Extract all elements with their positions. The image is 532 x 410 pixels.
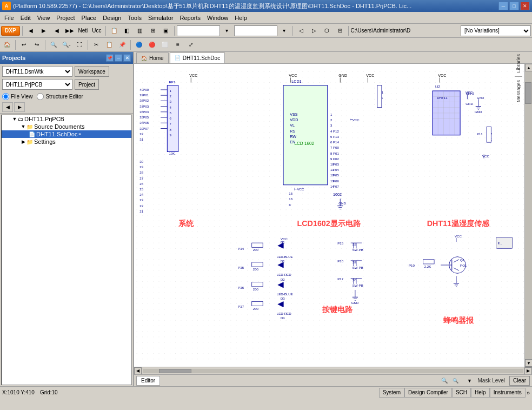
svg-text:P04: P04 xyxy=(333,168,339,171)
panel-close-btn[interactable]: ✕ xyxy=(123,54,131,62)
panel-minimize-btn[interactable]: ─ xyxy=(115,54,122,62)
scroll-up-btn[interactable]: ▲ xyxy=(525,64,532,71)
workspace-dropdown[interactable]: DHT11.DsnWtk xyxy=(2,66,72,77)
bottom-btn-1[interactable]: 🔍 xyxy=(450,375,462,387)
panel-tb-btn-2[interactable]: ▶ xyxy=(14,102,25,112)
workspace-button[interactable]: Workspace xyxy=(75,66,109,77)
toolbar2-btn-3[interactable]: ↪ xyxy=(31,39,43,51)
toolbar-btn-4[interactable]: ▶▶ xyxy=(64,25,76,37)
tree-schdoc[interactable]: 📄 DHT11.SchDoc ≡ xyxy=(2,130,131,138)
toolbar-input-2[interactable] xyxy=(234,25,277,36)
scroll-thumb-h[interactable] xyxy=(159,369,191,373)
status-sch-btn[interactable]: SCH xyxy=(452,388,471,398)
status-arrow-icon: » xyxy=(527,389,530,396)
svg-text:2: 2 xyxy=(330,118,332,122)
toolbar2-btn-8[interactable]: 📋 xyxy=(103,39,115,51)
toolbar-btn-3[interactable]: ◀ xyxy=(51,25,63,37)
toolbar-btn-copy[interactable]: 📋 xyxy=(108,25,120,37)
expand-settings[interactable]: ▶ xyxy=(20,138,26,145)
libraries-tab[interactable]: Libraries xyxy=(515,64,522,75)
menu-file[interactable]: File xyxy=(1,14,17,22)
menu-project[interactable]: Project xyxy=(53,14,78,22)
toolbar-arrow-btn-2[interactable]: ▾ xyxy=(278,25,290,37)
structure-editor-radio[interactable]: Structure Editor xyxy=(37,93,83,100)
menu-design[interactable]: Design xyxy=(99,14,124,22)
toolbar2-btn-7[interactable]: ✂ xyxy=(90,39,102,51)
toolbar-btn-12[interactable]: ⊟ xyxy=(334,25,346,37)
status-design-compiler-btn[interactable]: Design Compiler xyxy=(404,388,452,398)
scroll-thumb-v[interactable] xyxy=(525,82,531,104)
menu-window[interactable]: Window xyxy=(204,14,231,22)
tab-home[interactable]: 🏠 Home xyxy=(136,52,169,63)
tree-source-docs[interactable]: ▼ 📁 Source Documents xyxy=(2,123,131,130)
toolbar-btn-neti[interactable]: Neti xyxy=(77,25,90,37)
status-help-btn[interactable]: Help xyxy=(471,388,490,398)
maximize-button[interactable]: □ xyxy=(509,2,519,10)
toolbar-btn-1[interactable]: ◀ xyxy=(25,25,37,37)
toolbar-btn-11[interactable]: ⬡ xyxy=(321,25,333,37)
toolbar-btn-2[interactable]: ▶ xyxy=(38,25,50,37)
toolbar2-btn-11[interactable]: 🔴 xyxy=(146,39,158,51)
menu-view[interactable]: View xyxy=(34,14,54,22)
menu-simulator[interactable]: Simulator xyxy=(145,14,176,22)
toolbar2-btn-9[interactable]: 📌 xyxy=(116,39,128,51)
menu-tools[interactable]: Tools xyxy=(124,14,145,22)
expand-source[interactable]: ▼ xyxy=(20,123,26,130)
toolbar-btn-ucc[interactable]: Ucc xyxy=(90,25,103,37)
toolbar-search-input[interactable] xyxy=(177,25,220,36)
close-button[interactable]: ✕ xyxy=(520,2,530,10)
expand-root[interactable]: ▼ xyxy=(11,116,18,122)
toolbar-btn-5[interactable]: ◧ xyxy=(121,25,133,37)
menu-reports[interactable]: Reports xyxy=(177,14,204,22)
menu-edit[interactable]: Edit xyxy=(17,14,34,22)
vertical-scrollbar[interactable]: ▲ ▼ xyxy=(524,64,532,367)
scroll-track-v[interactable] xyxy=(525,71,532,359)
menu-place[interactable]: Place xyxy=(78,14,100,22)
svg-text:SW-PB: SW-PB xyxy=(353,248,363,252)
toolbar2-btn-14[interactable]: ⤢ xyxy=(185,39,197,51)
toolbar2-btn-10[interactable]: 🔵 xyxy=(133,39,145,51)
toolbar2-btn-5[interactable]: 🔍- xyxy=(61,39,72,51)
toolbar2-btn-4[interactable]: 🔍 xyxy=(48,39,59,51)
scroll-down-btn[interactable]: ▼ xyxy=(525,359,532,367)
toolbar2-btn-13[interactable]: ≡ xyxy=(172,39,184,51)
messages-tab[interactable]: Messages xyxy=(515,78,522,104)
bottom-btn-2[interactable]: ▼ xyxy=(464,375,476,387)
source-icon: 📁 xyxy=(26,124,33,130)
toolbar-btn-7[interactable]: ⊞ xyxy=(147,25,159,37)
project-button[interactable]: Project xyxy=(75,79,99,90)
toolbar-btn-10[interactable]: ▷ xyxy=(308,25,320,37)
minimize-button[interactable]: ─ xyxy=(498,2,508,10)
dxp-button[interactable]: DXP xyxy=(1,26,20,36)
project-dropdown[interactable]: DHT11.PrjPCB xyxy=(2,79,72,90)
tab-schdoc[interactable]: 📄 DHT11.SchDoc xyxy=(170,52,225,63)
svg-text:5: 5 xyxy=(330,135,332,138)
clear-button[interactable]: Clear xyxy=(509,376,530,386)
svg-text:DHT11: DHT11 xyxy=(437,96,448,100)
menu-help[interactable]: Help xyxy=(231,14,250,22)
toolbar-btn-8[interactable]: ▣ xyxy=(160,25,172,37)
variations-dropdown[interactable]: [No Variations] xyxy=(461,25,531,36)
toolbar2-btn-6[interactable]: ⛶ xyxy=(74,39,85,51)
status-instruments-btn[interactable]: Instruments xyxy=(490,388,526,398)
editor-tab[interactable]: Editor xyxy=(136,376,160,386)
tree-settings[interactable]: ▶ 📁 Settings xyxy=(2,138,131,146)
toolbar2-btn-12[interactable]: ⬜ xyxy=(159,39,171,51)
toolbar-btn-6[interactable]: ▥ xyxy=(134,25,146,37)
scroll-track-h[interactable] xyxy=(143,369,523,373)
panel-tb-btn-1[interactable]: ◀ xyxy=(2,102,13,112)
toolbar-btn-9[interactable]: ◁ xyxy=(295,25,307,37)
toolbar2-btn-2[interactable]: ↩ xyxy=(18,39,30,51)
schematic-canvas-area[interactable]: VCC VCC GND VCC VCC RP1 40 39 xyxy=(134,64,532,367)
horizontal-scrollbar[interactable]: ◀ ▶ xyxy=(134,367,532,374)
svg-rect-171 xyxy=(252,301,263,306)
status-system-btn[interactable]: System xyxy=(379,388,404,398)
toolbar2-btn-1[interactable]: 🏠 xyxy=(1,39,13,51)
toolbar-arrow-btn[interactable]: ▾ xyxy=(221,25,233,37)
tree-root[interactable]: ▼ 🗂 DHT11.PrjPCB xyxy=(2,115,131,123)
panel-pin-btn[interactable]: 📌 xyxy=(106,54,114,62)
scroll-left-btn[interactable]: ◀ xyxy=(134,367,142,375)
projects-panel-header: Projects 📌 ─ ✕ xyxy=(0,52,133,64)
scroll-right-btn[interactable]: ▶ xyxy=(524,367,532,375)
file-view-radio[interactable]: File View xyxy=(2,93,32,100)
